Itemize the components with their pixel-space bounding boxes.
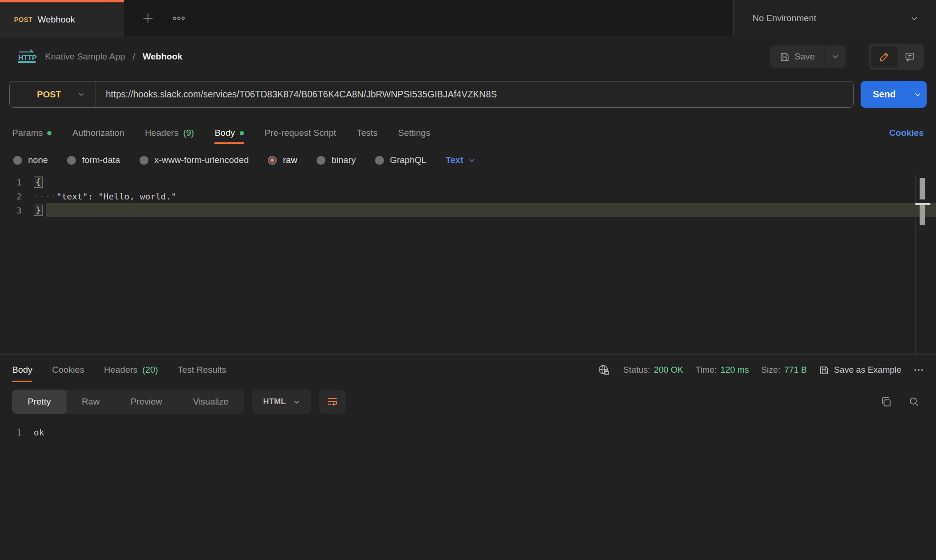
- request-tabs: Params Authorization Headers (9) Body Pr…: [0, 119, 936, 147]
- view-raw[interactable]: Raw: [66, 390, 115, 414]
- cookies-link[interactable]: Cookies: [889, 119, 924, 147]
- response-options-button[interactable]: [914, 368, 924, 372]
- body-type-selector: none form-data x-www-form-urlencoded raw…: [0, 147, 936, 174]
- header-actions: Save: [770, 44, 924, 70]
- url-input[interactable]: https://hooks.slack.com/services/T06TD83…: [96, 89, 853, 100]
- chevron-down-icon: [914, 91, 921, 98]
- save-button-label: Save: [795, 52, 815, 62]
- save-as-example-label: Save as Example: [834, 365, 901, 375]
- request-tab[interactable]: POST Webhook: [0, 0, 124, 37]
- save-options-button[interactable]: [824, 45, 846, 68]
- radio-label: x-www-form-urlencoded: [155, 155, 249, 165]
- response-tab-headers[interactable]: Headers (20): [104, 355, 158, 385]
- tab-label: Headers: [104, 365, 138, 375]
- copy-response-button[interactable]: [876, 396, 896, 407]
- tab-body[interactable]: Body: [214, 119, 243, 147]
- view-pretty[interactable]: Pretty: [12, 390, 66, 414]
- radio-binary[interactable]: binary: [317, 155, 356, 165]
- tab-label: Tests: [357, 128, 377, 138]
- bracket-match: {: [34, 177, 43, 188]
- three-dots-icon: [914, 368, 924, 372]
- headers-count: (20): [142, 365, 158, 375]
- response-tab-body[interactable]: Body: [12, 355, 32, 385]
- tab-pre-request-script[interactable]: Pre-request Script: [265, 119, 336, 147]
- chevron-down-icon: [468, 157, 475, 164]
- tab-tests[interactable]: Tests: [357, 119, 377, 147]
- radio-raw[interactable]: raw: [268, 155, 297, 165]
- globe-lock-icon: [597, 364, 610, 376]
- breadcrumb-request-name: Webhook: [142, 52, 182, 62]
- line-number: 1: [0, 427, 34, 437]
- size-badge: Size: 771 B: [761, 365, 807, 375]
- environment-selector[interactable]: No Environment: [733, 0, 936, 37]
- wrap-text-icon: [327, 396, 338, 407]
- response-format-label: HTML: [263, 397, 286, 406]
- view-visualize[interactable]: Visualize: [177, 390, 244, 414]
- radio-label: none: [28, 155, 48, 165]
- format-label: Text: [446, 155, 464, 165]
- response-meta: Status: 200 OK Time: 120 ms Size: 771 B …: [597, 355, 924, 385]
- tab-actions: [124, 0, 203, 37]
- scrollbar-marker: [920, 205, 925, 225]
- size-value: 771 B: [784, 365, 807, 375]
- line-number: 3: [0, 206, 34, 215]
- response-toolbar: Pretty Raw Preview Visualize HTML: [0, 385, 936, 419]
- send-options-button[interactable]: [908, 81, 927, 108]
- search-response-button[interactable]: [904, 396, 924, 407]
- raw-format-dropdown[interactable]: Text: [446, 155, 476, 165]
- response-tab-test-results[interactable]: Test Results: [178, 355, 226, 385]
- radio-none[interactable]: none: [13, 155, 48, 165]
- time-value: 120 ms: [721, 365, 749, 375]
- save-button-group: Save: [770, 45, 846, 68]
- editor-scrollbar[interactable]: [915, 174, 931, 354]
- response-body-viewer[interactable]: 1 ok: [0, 419, 936, 440]
- new-tab-button[interactable]: [142, 12, 154, 24]
- tab-bar: POST Webhook No Environment: [0, 0, 936, 37]
- tab-label: Cookies: [52, 365, 84, 375]
- tab-params[interactable]: Params: [12, 119, 52, 147]
- save-button[interactable]: Save: [770, 45, 824, 68]
- chevron-down-icon: [832, 53, 839, 60]
- three-dots-icon: [173, 16, 185, 21]
- wrap-text-button[interactable]: [319, 390, 346, 414]
- size-label: Size:: [761, 365, 781, 375]
- divider: [857, 46, 857, 67]
- documentation-button[interactable]: [871, 46, 898, 67]
- response-text: ok: [34, 427, 44, 437]
- floppy-disk-icon: [780, 52, 789, 62]
- breadcrumb-separator: /: [133, 52, 135, 62]
- plus-icon: [142, 12, 154, 24]
- method-label: POST: [37, 89, 61, 100]
- response-tab-cookies[interactable]: Cookies: [52, 355, 84, 385]
- svg-text:HTTP: HTTP: [18, 53, 37, 61]
- tab-title: Webhook: [37, 15, 75, 25]
- request-body-editor[interactable]: 1 { 2 ····"text": "Hello, world." 3 }: [0, 174, 936, 354]
- request-header: HTTP Knative Sample App / Webhook Save: [0, 37, 936, 76]
- method-dropdown[interactable]: POST: [10, 89, 95, 100]
- tab-authorization[interactable]: Authorization: [72, 119, 124, 147]
- response-tabs: Body Cookies Headers (20) Test Results: [0, 355, 936, 385]
- save-as-example-button[interactable]: Save as Example: [819, 365, 901, 375]
- radio-graphql[interactable]: GraphQL: [375, 155, 427, 165]
- tab-options-button[interactable]: [173, 16, 185, 21]
- breadcrumb-collection[interactable]: Knative Sample App: [45, 52, 125, 62]
- pencil-icon: [879, 52, 890, 62]
- radio-x-www-form-urlencoded[interactable]: x-www-form-urlencoded: [140, 155, 249, 165]
- breadcrumb: HTTP Knative Sample App / Webhook: [16, 48, 183, 65]
- response-line: 1 ok: [0, 424, 936, 440]
- comments-button[interactable]: [898, 46, 921, 67]
- editor-line: 2 ····"text": "Hello, world.": [0, 189, 936, 203]
- view-preview[interactable]: Preview: [115, 390, 178, 414]
- response-format-dropdown[interactable]: HTML: [252, 390, 311, 414]
- line-number: 2: [0, 192, 34, 201]
- tab-label: Settings: [398, 128, 430, 138]
- tab-headers[interactable]: Headers (9): [145, 119, 194, 147]
- radio-circle: [375, 156, 384, 165]
- line-number: 1: [0, 177, 34, 187]
- chevron-down-icon: [293, 398, 300, 405]
- radio-form-data[interactable]: form-data: [67, 155, 120, 165]
- radio-circle: [140, 156, 148, 165]
- send-button[interactable]: Send: [861, 81, 908, 108]
- tab-settings[interactable]: Settings: [398, 119, 430, 147]
- network-info-button[interactable]: [597, 364, 611, 376]
